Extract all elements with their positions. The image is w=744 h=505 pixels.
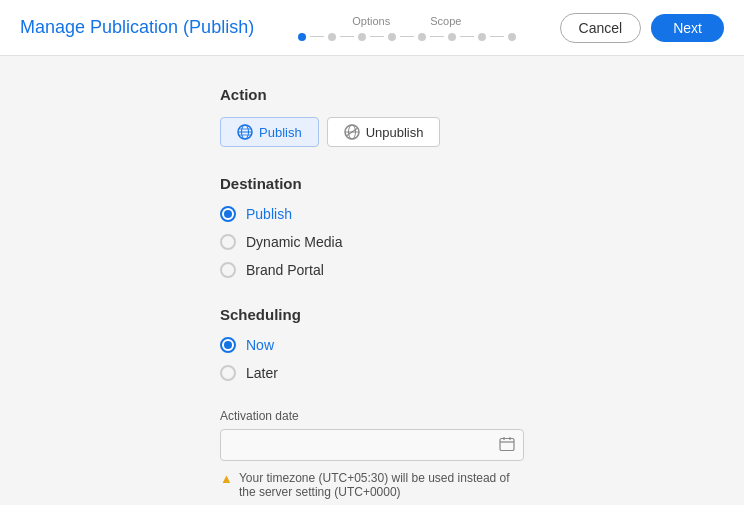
step-dot-5	[418, 33, 426, 41]
scheduling-later-option[interactable]: Later	[220, 365, 524, 381]
steps-indicator: Options Scope	[298, 15, 516, 41]
scheduling-now-label: Now	[246, 337, 274, 353]
destination-publish-label: Publish	[246, 206, 292, 222]
steps-labels: Options Scope	[352, 15, 461, 27]
header-actions: Cancel Next	[560, 13, 724, 43]
scheduling-later-radio[interactable]	[220, 365, 236, 381]
activation-date-input[interactable]	[220, 429, 524, 461]
action-title: Action	[220, 86, 524, 103]
destination-brand-portal-label: Brand Portal	[246, 262, 324, 278]
destination-section: Destination Publish Dynamic Media Brand …	[220, 175, 524, 278]
step-line-4	[400, 36, 414, 37]
title-plain: Manage Publication (	[20, 17, 189, 37]
step-line-7	[490, 36, 504, 37]
scheduling-now-option[interactable]: Now	[220, 337, 524, 353]
publish-action-button[interactable]: Publish	[220, 117, 319, 147]
activation-date-label: Activation date	[220, 409, 524, 423]
step-dot-8	[508, 33, 516, 41]
step-dot-7	[478, 33, 486, 41]
step-line-3	[370, 36, 384, 37]
action-section: Action Publish Unpublis	[220, 86, 524, 147]
unpublish-action-label: Unpublish	[366, 125, 424, 140]
timezone-warning: ▲ Your timezone (UTC+05:30) will be used…	[220, 471, 524, 499]
destination-dynamic-media-option[interactable]: Dynamic Media	[220, 234, 524, 250]
step-line-2	[340, 36, 354, 37]
publish-action-label: Publish	[259, 125, 302, 140]
title-close: )	[248, 17, 254, 37]
destination-dynamic-media-radio[interactable]	[220, 234, 236, 250]
scheduling-options: Now Later	[220, 337, 524, 381]
destination-publish-option[interactable]: Publish	[220, 206, 524, 222]
destination-dynamic-media-label: Dynamic Media	[246, 234, 342, 250]
page-title: Manage Publication (Publish)	[20, 17, 254, 38]
svg-rect-9	[500, 438, 514, 450]
step-dot-6	[448, 33, 456, 41]
destination-brand-portal-radio[interactable]	[220, 262, 236, 278]
steps-dots	[298, 33, 516, 41]
step-dot-2	[328, 33, 336, 41]
destination-title: Destination	[220, 175, 524, 192]
cancel-button[interactable]: Cancel	[560, 13, 642, 43]
activation-date-field: Activation date	[220, 409, 524, 461]
scheduling-section: Scheduling Now Later Activation date	[220, 306, 524, 499]
destination-publish-radio[interactable]	[220, 206, 236, 222]
unpublish-action-button[interactable]: Unpublish	[327, 117, 441, 147]
unpublish-icon	[344, 124, 360, 140]
calendar-icon	[499, 436, 515, 455]
step-line-6	[460, 36, 474, 37]
warning-icon: ▲	[220, 471, 233, 486]
warning-message: Your timezone (UTC+05:30) will be used i…	[239, 471, 524, 499]
step-dot-4	[388, 33, 396, 41]
step-dot-1	[298, 33, 306, 41]
title-highlight: Publish	[189, 17, 248, 37]
next-button[interactable]: Next	[651, 14, 724, 42]
destination-brand-portal-option[interactable]: Brand Portal	[220, 262, 524, 278]
scheduling-now-radio[interactable]	[220, 337, 236, 353]
scheduling-later-label: Later	[246, 365, 278, 381]
destination-options: Publish Dynamic Media Brand Portal	[220, 206, 524, 278]
main-content: Action Publish Unpublis	[0, 56, 744, 505]
header: Manage Publication (Publish) Options Sco…	[0, 0, 744, 56]
action-buttons: Publish Unpublish	[220, 117, 524, 147]
step-options-label: Options	[352, 15, 390, 27]
step-dot-3	[358, 33, 366, 41]
step-line-5	[430, 36, 444, 37]
step-line-1	[310, 36, 324, 37]
scheduling-title: Scheduling	[220, 306, 524, 323]
globe-icon	[237, 124, 253, 140]
step-scope-label: Scope	[430, 15, 461, 27]
